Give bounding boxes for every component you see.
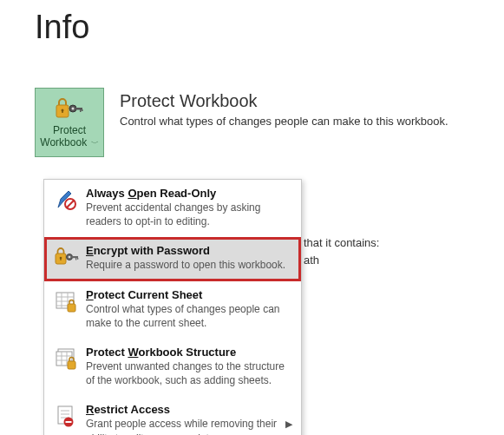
menu-item-description: Control what types of changes people can… (86, 302, 292, 330)
lock-key-icon (53, 244, 81, 268)
submenu-arrow-icon: ▶ (282, 419, 292, 430)
menu-item-title: Always Open Read-Only (86, 187, 292, 200)
menu-item-encrypt-password[interactable]: Encrypt with Password Require a password… (44, 237, 301, 280)
document-restrict-icon (53, 403, 81, 429)
menu-item-description: Prevent accidental changes by asking rea… (86, 201, 292, 228)
svg-rect-15 (72, 256, 78, 258)
svg-rect-7 (82, 109, 83, 111)
menu-item-restrict-access[interactable]: Restrict Access Grant people access whil… (44, 396, 301, 435)
svg-line-9 (67, 201, 74, 208)
menu-item-open-read-only[interactable]: Always Open Read-Only Prevent accidental… (44, 180, 301, 237)
menu-item-title: Restrict Access (86, 403, 282, 416)
background-text: that it contains: ath (304, 234, 379, 268)
svg-rect-12 (60, 258, 61, 260)
section-heading: Protect Workbook (120, 91, 448, 111)
workbook-lock-icon (53, 346, 81, 372)
svg-rect-6 (80, 109, 82, 112)
chevron-down-icon: ﹀ (88, 139, 99, 148)
menu-item-protect-structure[interactable]: Protect Workbook Structure Prevent unwan… (44, 339, 301, 396)
menu-item-title: Protect Current Sheet (86, 288, 292, 301)
svg-rect-16 (75, 258, 76, 260)
menu-item-description: Grant people access while removing their… (86, 417, 282, 435)
menu-item-title: Protect Workbook Structure (86, 346, 292, 359)
protect-workbook-menu: Always Open Read-Only Prevent accidental… (43, 179, 302, 435)
svg-point-14 (69, 256, 71, 259)
menu-item-description: Require a password to open this workbook… (86, 258, 292, 272)
protect-workbook-button-label: Protect Workbook ﹀ (37, 124, 101, 149)
pencil-no-icon (53, 187, 81, 213)
svg-rect-2 (62, 110, 63, 113)
page-title: Info (35, 9, 504, 46)
section-description: Control what types of changes people can… (120, 115, 448, 128)
menu-item-description: Prevent unwanted changes to the structur… (86, 359, 292, 387)
menu-item-title: Encrypt with Password (86, 244, 292, 257)
svg-rect-37 (66, 421, 72, 423)
svg-point-4 (72, 107, 75, 109)
svg-rect-17 (77, 258, 78, 260)
sheet-lock-icon (53, 288, 81, 314)
svg-rect-5 (75, 108, 82, 110)
menu-item-protect-sheet[interactable]: Protect Current Sheet Control what types… (44, 281, 301, 339)
lock-key-icon (56, 96, 83, 121)
svg-rect-24 (68, 304, 75, 312)
protect-workbook-button[interactable]: Protect Workbook ﹀ (35, 88, 104, 157)
svg-rect-31 (68, 361, 75, 369)
